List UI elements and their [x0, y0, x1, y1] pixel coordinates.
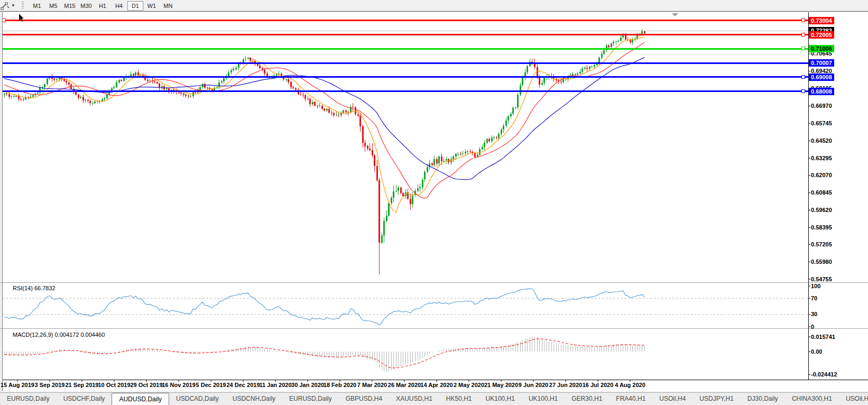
current-price-badge: 0.72283	[809, 27, 834, 34]
x-axis-label: 11 Jan 2020	[259, 382, 291, 388]
ma-slow-line	[4, 58, 644, 180]
y-axis-tick-label: 0.58395	[811, 224, 832, 231]
x-axis-label: 9 Jun 2020	[519, 382, 548, 388]
macd-scale-label: 0.00	[811, 348, 822, 355]
candles	[4, 29, 645, 274]
timeframe-button-h4[interactable]: H4	[111, 1, 127, 11]
price-line-badge: 0.73004	[809, 17, 834, 24]
ma-mid-line	[4, 42, 644, 198]
rsi-scale-label: 30	[811, 311, 817, 318]
macd-indicator-label: MACD(12,26,9) 0.004172 0.004460	[13, 332, 105, 338]
y-axis-tick-label: 0.71870	[811, 33, 832, 40]
cursor-tool-icon[interactable]	[1, 2, 10, 10]
rsi-line	[4, 289, 644, 325]
timeframe-button-m1[interactable]: M1	[29, 1, 45, 11]
y-axis-tick-label: 0.64520	[811, 137, 832, 144]
tab-usdjpy-h1[interactable]: USDJPY,H1	[692, 393, 740, 405]
line-handle[interactable]	[801, 75, 805, 78]
x-axis-label: 30 Jan 2020	[291, 382, 324, 388]
y-axis-tick-label: 0.63295	[811, 155, 832, 162]
tab-usdcad-daily[interactable]: USDCAD,Daily	[169, 393, 226, 405]
macd-histogram	[4, 337, 644, 372]
rsi-scale-label: 70	[811, 295, 817, 302]
tab-dj30-daily[interactable]: DJ30,Daily	[741, 393, 785, 405]
axis-overlay: 0.718700.706450.694200.681950.669700.657…	[0, 0, 868, 405]
time-axis-background	[3, 380, 868, 391]
line-handle[interactable]	[801, 47, 805, 50]
line-handle[interactable]	[801, 33, 805, 36]
x-axis-label: 16 Nov 2019	[162, 382, 196, 388]
chart-background	[3, 12, 868, 380]
toolbar-grip	[22, 2, 24, 10]
rsi-indicator-label: RSI(14) 66.7832	[13, 285, 56, 291]
tab-xauusd-h1[interactable]: XAUUSD,H1	[389, 393, 439, 405]
tab-eurusd-daily[interactable]: EURUSD,Daily	[282, 393, 339, 405]
tab-eurusd-daily[interactable]: EURUSD,Daily	[0, 393, 57, 405]
timeframe-button-h1[interactable]: H1	[95, 1, 110, 11]
timeframe-toolbar: ▼ M1M5M15M30H1H4D1W1MN	[0, 0, 868, 12]
chevron-down-icon[interactable]: ▼	[11, 3, 15, 8]
tab-usdcnh-daily[interactable]: USDCNH,Daily	[226, 393, 282, 405]
macd-signal-line	[4, 339, 644, 368]
price-line-badge: 0.70007	[809, 59, 834, 67]
tab-hk50-h1[interactable]: HK50,H1	[439, 393, 479, 405]
timeframe-button-mn[interactable]: MN	[160, 1, 176, 11]
x-axis-label: 18 Feb 2020	[324, 382, 356, 388]
y-axis-tick-label: 0.66970	[811, 103, 832, 109]
chart-shift-marker-icon[interactable]	[672, 13, 678, 16]
tab-fra40-h1[interactable]: FRA40,H1	[609, 393, 652, 405]
chart-tab-bar: EURUSD,DailyUSDCHF,DailyAUDUSD,DailyUSDC…	[0, 392, 868, 405]
x-axis-label: 4 Aug 2020	[615, 382, 645, 388]
tab-uk100-h1[interactable]: UK100,H1	[479, 393, 522, 405]
timeframe-button-m15[interactable]: M15	[62, 1, 78, 11]
tab-audusd-daily[interactable]: AUDUSD,Daily	[112, 393, 169, 405]
timeframe-button-w1[interactable]: W1	[144, 1, 160, 11]
y-axis-tick-label: 0.62070	[811, 172, 832, 179]
timeframe-button-d1[interactable]: D1	[127, 1, 143, 11]
tab-usoil-h1[interactable]: USOil,H1	[839, 393, 868, 405]
x-axis-label: 24 Dec 2019	[227, 382, 260, 388]
tab-ger30-h1[interactable]: GER30,H1	[565, 393, 609, 405]
y-axis-tick-label: 0.68195	[811, 85, 832, 92]
trading-platform-window: ▼ M1M5M15M30H1H4D1W1MN AUDUSD,Daily0.721…	[0, 0, 868, 405]
y-axis-tick-label: 0.60845	[811, 189, 832, 196]
macd-scale-label: -0.024412	[811, 371, 837, 378]
x-axis-label: 15 Aug 2019	[1, 382, 34, 388]
x-axis-label: 3 Sep 2019	[35, 382, 65, 388]
y-axis-tick-label: 0.69420	[811, 68, 832, 75]
x-axis-label: 27 Jun 2020	[549, 382, 582, 388]
macd-scale-label: 0.015741	[811, 334, 835, 340]
line-handle[interactable]	[801, 89, 805, 93]
chart-canvas[interactable]	[0, 0, 868, 405]
x-axis-label: 14 Apr 2020	[420, 382, 453, 388]
x-axis-label: 10 Oct 2019	[98, 382, 130, 388]
rsi-scale-label: 100	[811, 283, 820, 290]
tab-china300-h1[interactable]: CHINA300,H1	[785, 393, 839, 405]
timeframe-button-m5[interactable]: M5	[45, 1, 61, 11]
price-line-badge: 0.69008	[809, 73, 834, 81]
tab-usoil-h4[interactable]: USOil,H4	[652, 393, 692, 405]
line-handle[interactable]	[801, 19, 805, 22]
price-line-badge: 0.68008	[809, 88, 834, 95]
x-axis-label: 21 Sep 2019	[66, 382, 99, 388]
tab-gbpusd-h4[interactable]: GBPUSD,H4	[339, 393, 389, 405]
x-axis-label: 29 Oct 2019	[130, 382, 162, 388]
tab-usdchf-daily[interactable]: USDCHF,Daily	[57, 393, 112, 405]
x-axis-label: 2 May 2020	[454, 382, 484, 388]
y-axis-tick-label: 0.65745	[811, 120, 832, 127]
x-axis-label: 5 Dec 2019	[196, 382, 226, 388]
x-axis-label: 21 May 2020	[484, 382, 518, 388]
y-axis-tick-label: 0.54755	[811, 276, 832, 283]
x-axis-label: 16 Jul 2020	[583, 382, 614, 388]
timeframe-buttons: M1M5M15M30H1H4D1W1MN	[29, 1, 177, 11]
line-handle[interactable]	[2, 19, 5, 22]
x-axis-label: 26 Mar 2020	[388, 382, 421, 388]
y-axis-tick-label: 0.59620	[811, 207, 832, 214]
tab-uk100-h1[interactable]: UK100,H1	[522, 393, 565, 405]
timeframe-button-m30[interactable]: M30	[78, 1, 94, 11]
x-axis-label: 7 Mar 2020	[357, 382, 387, 388]
y-axis-tick-label: 0.55980	[811, 259, 832, 265]
y-axis-tick-label: 0.57205	[811, 241, 832, 248]
rsi-scale-label: 0	[811, 324, 814, 330]
price-line-badge: 0.72005	[809, 31, 834, 39]
